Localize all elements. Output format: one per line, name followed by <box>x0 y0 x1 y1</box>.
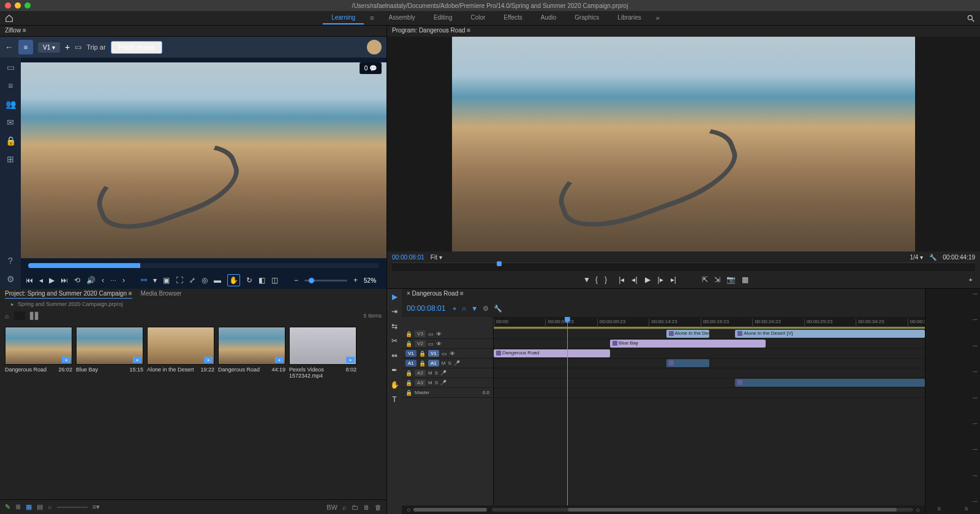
solo-button[interactable]: S <box>435 370 438 376</box>
target-icon[interactable]: ◎ <box>202 276 208 285</box>
source-v1-patch[interactable]: V1 <box>405 350 417 357</box>
link-icon[interactable]: ⚯ <box>141 276 147 285</box>
home-icon[interactable] <box>5 14 13 23</box>
linked-selection-icon[interactable]: ∩ <box>461 305 466 313</box>
workspace-tab-effects[interactable]: Effects <box>495 12 530 24</box>
solo-left-label[interactable]: S <box>938 506 941 512</box>
volume-icon[interactable]: 🔊 <box>86 276 96 285</box>
timeline-playhead[interactable] <box>567 317 568 505</box>
next-comment-icon[interactable]: › <box>123 276 125 285</box>
expand-icon[interactable]: ⛶ <box>176 276 183 285</box>
mute-button[interactable]: M <box>428 370 432 376</box>
sort-icon[interactable]: ≡▾ <box>92 503 100 511</box>
project-search-input[interactable] <box>14 311 25 320</box>
add-version-button[interactable]: + <box>65 42 70 52</box>
tool-selected-icon[interactable]: ✋ <box>227 274 240 286</box>
wrench-icon[interactable]: 🔧 <box>494 305 502 313</box>
workspace-tab-editing[interactable]: Editing <box>425 12 461 24</box>
lock-icon[interactable]: 🔒 <box>405 341 412 347</box>
step-forward-icon[interactable]: |▸ <box>658 275 663 284</box>
eye-icon[interactable]: 👁 <box>436 341 442 347</box>
track-a3-label[interactable]: A3 <box>415 379 426 386</box>
timeline-ruler[interactable]: 00:0000:00:04:2300:00:09:2300:00:14:2300… <box>494 317 925 329</box>
new-bin-icon[interactable]: 🗀 <box>352 504 358 511</box>
loop-icon[interactable]: ⟲ <box>74 276 80 285</box>
source-a1-patch[interactable]: A1 <box>405 360 417 367</box>
search-icon[interactable]: ⌕ <box>5 312 9 319</box>
workspace-tab-libraries[interactable]: Libraries <box>609 12 649 24</box>
list-view-icon[interactable]: ≣ <box>15 503 21 511</box>
timeline-clip[interactable]: Dangerous Road <box>494 349 610 357</box>
program-timecode[interactable]: 00:00:08:01 <box>392 254 424 261</box>
mute-button[interactable]: M <box>428 380 432 386</box>
fullscreen-icon[interactable]: ⤢ <box>189 276 195 285</box>
go-to-in-icon[interactable]: |◂ <box>619 275 624 284</box>
close-window-button[interactable] <box>5 2 11 9</box>
minimize-window-button[interactable] <box>15 2 21 9</box>
finish-review-button[interactable]: Finish review <box>111 41 162 54</box>
eye-icon[interactable]: 👁 <box>450 351 455 357</box>
track-a1-label[interactable]: A1 <box>428 360 439 367</box>
fit-dropdown[interactable]: Fit ▾ <box>431 254 442 261</box>
export-frame-icon[interactable]: 📷 <box>726 275 736 284</box>
toggle-output-icon[interactable]: ▭ <box>428 341 434 347</box>
hand-tool-icon[interactable]: ✋ <box>390 381 399 389</box>
zoom-slider[interactable] <box>304 280 347 281</box>
bin-icon[interactable]: ▋▋ <box>30 312 40 320</box>
timeline-nav-scrollbar[interactable] <box>492 508 914 512</box>
solo-button[interactable]: S <box>448 360 451 366</box>
selection-tool-icon[interactable]: ▶ <box>392 292 398 301</box>
workspace-tab-assembly[interactable]: Assembly <box>380 12 424 24</box>
solo-right-label[interactable]: S <box>965 506 968 512</box>
maximize-window-button[interactable] <box>24 2 31 9</box>
project-tab[interactable]: Project: Spring and Summer 2020 Campaign… <box>5 290 132 299</box>
project-item[interactable]: ▸Blue Bay15:15 <box>76 327 143 381</box>
pencil-icon[interactable]: ✎ <box>5 503 10 511</box>
workspace-overflow-icon[interactable]: » <box>651 12 665 24</box>
marker-icon[interactable]: ▼ <box>471 305 478 313</box>
user-avatar[interactable] <box>367 40 382 54</box>
skip-forward-icon[interactable]: ⏭ <box>61 276 68 285</box>
workspace-tab-color[interactable]: Color <box>462 12 494 24</box>
zoom-out-icon[interactable]: ○ <box>407 506 411 513</box>
label-icon[interactable]: ▬ <box>214 276 221 285</box>
program-ruler[interactable] <box>392 263 975 271</box>
safe-margins-icon[interactable]: ▣ <box>163 276 170 285</box>
slip-tool-icon[interactable]: ⇔ <box>391 351 398 360</box>
search-icon[interactable] <box>967 14 975 23</box>
project-item[interactable]: ▸Dangerous Road44:19 <box>218 327 285 381</box>
comment-count-badge[interactable]: 0 💬 <box>360 62 382 74</box>
timeline-clip[interactable]: Blue Bay <box>610 340 765 348</box>
zoom-slider-handle-icon[interactable]: ○ <box>48 504 52 511</box>
program-panel-tab[interactable]: Program: Dangerous Road ≡ <box>387 26 980 37</box>
zoom-in-icon[interactable]: + <box>353 276 358 285</box>
workspace-tab-graphics[interactable]: Graphics <box>566 12 608 24</box>
help-icon[interactable]: ? <box>8 256 13 266</box>
wrench-icon[interactable]: 🔧 <box>929 254 937 261</box>
zoom-out-icon[interactable]: − <box>294 276 298 285</box>
trash-icon[interactable]: 🗑 <box>375 504 382 511</box>
step-back-icon[interactable]: ◂ <box>39 276 43 285</box>
ziflow-panel-tab[interactable]: Ziflow ≡ <box>0 26 386 37</box>
pen-tool-icon[interactable]: ✒ <box>391 366 398 374</box>
marker-in-icon[interactable]: ▼ <box>583 275 590 284</box>
gear-icon[interactable]: ⚙ <box>7 274 15 284</box>
scale-dropdown[interactable]: 1/4 ▾ <box>910 254 923 261</box>
rotate-icon[interactable]: ↻ <box>246 276 252 285</box>
prev-comment-icon[interactable]: ‹ <box>102 276 104 285</box>
timeline-h-scrollbar[interactable] <box>413 508 487 512</box>
extract-icon[interactable]: ⇲ <box>714 275 720 284</box>
thumbnail-size-slider[interactable] <box>57 507 88 508</box>
skip-back-icon[interactable]: ⏮ <box>26 276 33 285</box>
sequence-tab[interactable]: × Dangerous Road ≡ <box>402 289 925 300</box>
ripple-tool-icon[interactable]: ⇆ <box>391 322 398 330</box>
list-icon[interactable]: ≡ <box>8 81 13 91</box>
track-v2-label[interactable]: V2 <box>415 340 426 347</box>
freeform-view-icon[interactable]: ▤ <box>37 503 43 511</box>
workspace-tab-audio[interactable]: Audio <box>532 12 565 24</box>
voiceover-icon[interactable]: 🎤 <box>440 380 447 386</box>
timeline-tracks-area[interactable]: 00:0000:00:04:2300:00:09:2300:00:14:2300… <box>494 317 925 505</box>
timeline-clip[interactable] <box>735 379 925 387</box>
timeline-clip[interactable] <box>666 359 709 367</box>
button-editor-icon[interactable]: + <box>969 276 973 283</box>
